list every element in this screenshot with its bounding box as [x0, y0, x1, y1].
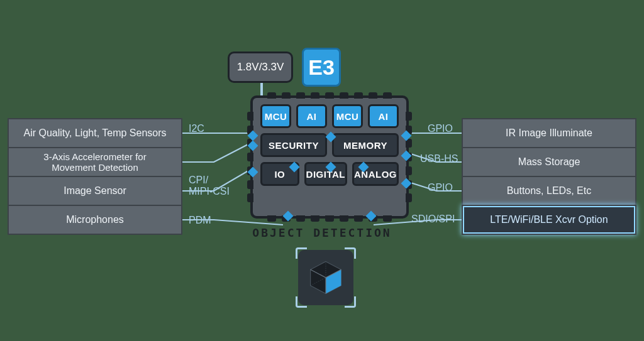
bus-pdm: PDM [189, 215, 211, 226]
chip-security: SECURITY [260, 133, 327, 157]
chip-mcu-1: MCU [260, 104, 291, 128]
panel-accelerometer: 3-Axis Accelerometer forMovement Detecti… [8, 147, 182, 177]
mcu-chip: MCU AI MCU AI SECURITY MEMORY IO DIGITAL… [250, 95, 409, 219]
bus-gpio-1: GPIO [428, 123, 453, 134]
panel-buttons-leds: Buttons, LEDs, Etc [462, 176, 636, 206]
bus-usb-hs: USB-HS [420, 153, 458, 165]
chip-memory: MEMORY [332, 133, 399, 157]
bus-cpi-mipi: CPI/MIPI-CSI [189, 175, 230, 197]
chip-ai-2: AI [368, 104, 399, 128]
bus-i2c: I2C [189, 123, 204, 134]
chip-ai-1: AI [296, 104, 327, 128]
bus-sdio-spi: SDIO/SPI [411, 214, 455, 225]
voltage-box: 1.8V/3.3V [228, 51, 293, 83]
chip-caption: OBJECT DETECTION [0, 226, 644, 239]
chip-analog: ANALOG [352, 162, 399, 186]
left-peripherals: Air Quality, Light, Temp Sensors 3-Axis … [8, 118, 182, 235]
chip-digital: DIGITAL [304, 162, 347, 186]
right-peripherals: IR Image Illuminate Mass Storage Buttons… [462, 118, 636, 235]
bus-gpio-2: GPIO [428, 182, 453, 193]
panel-ir-illuminate: IR Image Illuminate [462, 118, 636, 148]
cube-icon [298, 250, 353, 305]
panel-air-quality: Air Quality, Light, Temp Sensors [8, 118, 182, 148]
chip-io: IO [260, 162, 299, 186]
chip-mcu-2: MCU [332, 104, 363, 128]
panel-image-sensor: Image Sensor [8, 176, 182, 206]
e3-badge: E3 [302, 48, 341, 87]
panel-mass-storage: Mass Storage [462, 147, 636, 177]
